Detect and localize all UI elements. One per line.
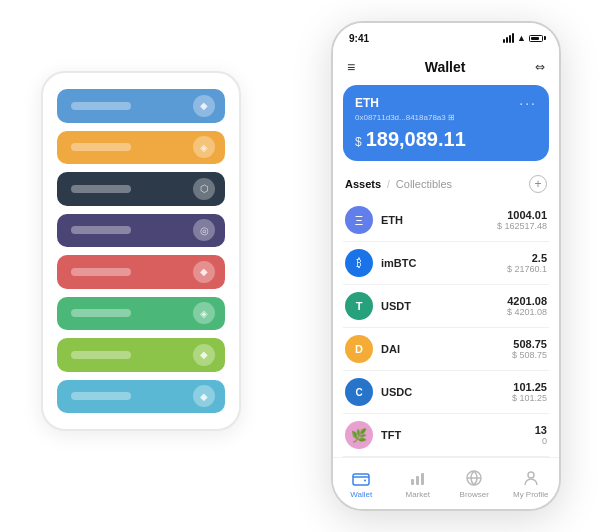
- tab-assets[interactable]: Assets: [345, 178, 381, 190]
- nav-item-profile[interactable]: My Profile: [503, 468, 560, 499]
- card-icon: ◆: [193, 344, 215, 366]
- wallet-nav-label: Wallet: [350, 490, 372, 499]
- list-item[interactable]: ◈: [57, 297, 225, 331]
- list-item[interactable]: ◆: [57, 89, 225, 123]
- wallet-nav-icon: [351, 468, 371, 488]
- list-item[interactable]: ◈: [57, 131, 225, 165]
- asset-amounts: 508.75 $ 508.75: [512, 338, 547, 360]
- card-icon: ◈: [193, 302, 215, 324]
- list-item[interactable]: ◆: [57, 338, 225, 372]
- status-icons: ▲: [503, 33, 543, 43]
- phone-frame: 9:41 ▲ ≡ Wallet ⇔: [331, 21, 561, 511]
- eth-card-header: ETH ···: [355, 95, 537, 111]
- asset-amount: 508.75: [512, 338, 547, 350]
- eth-address: 0x08711d3d...8418a78a3 ⊞: [355, 113, 537, 122]
- eth-asset-icon: Ξ: [345, 206, 373, 234]
- asset-name: DAI: [381, 343, 512, 355]
- phone-content: ETH ··· 0x08711d3d...8418a78a3 ⊞ $ 189,0…: [333, 85, 559, 509]
- nav-item-market[interactable]: Market: [390, 468, 447, 499]
- list-item[interactable]: ◆: [57, 380, 225, 414]
- usdc-asset-icon: C: [345, 378, 373, 406]
- asset-amount: 13: [535, 424, 547, 436]
- main-scene: ◆ ◈ ⬡ ◎ ◆ ◈ ◆ ◆ 9:41: [11, 11, 591, 521]
- list-item[interactable]: ◎: [57, 214, 225, 248]
- asset-amounts: 101.25 $ 101.25: [512, 381, 547, 403]
- asset-amounts: 13 0: [535, 424, 547, 446]
- eth-more-button[interactable]: ···: [519, 95, 537, 111]
- svg-rect-0: [353, 474, 369, 485]
- app-nav-bar: ≡ Wallet ⇔: [333, 49, 559, 85]
- svg-rect-2: [411, 479, 414, 485]
- asset-amounts: 2.5 $ 21760.1: [507, 252, 547, 274]
- table-row[interactable]: C USDC 101.25 $ 101.25: [343, 371, 549, 414]
- add-asset-button[interactable]: +: [529, 175, 547, 193]
- table-row[interactable]: ₿ imBTC 2.5 $ 21760.1: [343, 242, 549, 285]
- asset-name: USDT: [381, 300, 507, 312]
- card-icon: ◆: [193, 261, 215, 283]
- status-time: 9:41: [349, 33, 369, 44]
- asset-amount: 4201.08: [507, 295, 547, 307]
- asset-usd: 0: [535, 436, 547, 446]
- card-icon: ◈: [193, 136, 215, 158]
- eth-balance-row: $ 189,089.11: [355, 128, 537, 151]
- eth-dollar-sign: $: [355, 135, 362, 149]
- asset-amount: 101.25: [512, 381, 547, 393]
- usdt-asset-icon: T: [345, 292, 373, 320]
- nav-item-browser[interactable]: Browser: [446, 468, 503, 499]
- nav-item-wallet[interactable]: Wallet: [333, 468, 390, 499]
- profile-nav-label: My Profile: [513, 490, 549, 499]
- eth-card[interactable]: ETH ··· 0x08711d3d...8418a78a3 ⊞ $ 189,0…: [343, 85, 549, 161]
- asset-amounts: 4201.08 $ 4201.08: [507, 295, 547, 317]
- asset-usd: $ 21760.1: [507, 264, 547, 274]
- asset-amounts: 1004.01 $ 162517.48: [497, 209, 547, 231]
- asset-usd: $ 508.75: [512, 350, 547, 360]
- svg-rect-4: [421, 473, 424, 485]
- svg-rect-3: [416, 476, 419, 485]
- dai-asset-icon: D: [345, 335, 373, 363]
- asset-amount: 1004.01: [497, 209, 547, 221]
- profile-nav-icon: [521, 468, 541, 488]
- status-bar: 9:41 ▲: [333, 23, 559, 49]
- eth-label: ETH: [355, 96, 379, 110]
- asset-usd: $ 4201.08: [507, 307, 547, 317]
- wifi-icon: ▲: [517, 33, 526, 43]
- list-item[interactable]: ⬡: [57, 172, 225, 206]
- asset-list: Ξ ETH 1004.01 $ 162517.48 ₿ imBTC 2.5 $ …: [333, 199, 559, 457]
- asset-name: USDC: [381, 386, 512, 398]
- signal-icon: [503, 33, 514, 43]
- browser-nav-label: Browser: [460, 490, 489, 499]
- card-icon: ◆: [193, 95, 215, 117]
- tft-asset-icon: 🌿: [345, 421, 373, 449]
- table-row[interactable]: D DAI 508.75 $ 508.75: [343, 328, 549, 371]
- market-nav-label: Market: [406, 490, 430, 499]
- svg-point-6: [528, 472, 534, 478]
- background-card-panel: ◆ ◈ ⬡ ◎ ◆ ◈ ◆ ◆: [41, 71, 241, 431]
- bottom-nav: Wallet Market: [333, 457, 559, 509]
- tab-collectibles[interactable]: Collectibles: [396, 178, 452, 190]
- tab-divider: /: [387, 179, 390, 190]
- asset-name: imBTC: [381, 257, 507, 269]
- list-item[interactable]: ◆: [57, 255, 225, 289]
- eth-balance: 189,089.11: [366, 128, 466, 151]
- imbtc-asset-icon: ₿: [345, 249, 373, 277]
- market-nav-icon: [408, 468, 428, 488]
- table-row[interactable]: T USDT 4201.08 $ 4201.08: [343, 285, 549, 328]
- asset-name: TFT: [381, 429, 535, 441]
- expand-icon[interactable]: ⇔: [535, 60, 545, 74]
- table-row[interactable]: 🌿 TFT 13 0: [343, 414, 549, 457]
- card-icon: ⬡: [193, 178, 215, 200]
- browser-nav-icon: [464, 468, 484, 488]
- table-row[interactable]: Ξ ETH 1004.01 $ 162517.48: [343, 199, 549, 242]
- asset-usd: $ 162517.48: [497, 221, 547, 231]
- card-icon: ◎: [193, 219, 215, 241]
- svg-point-1: [364, 480, 366, 482]
- menu-icon[interactable]: ≡: [347, 59, 355, 75]
- assets-header: Assets / Collectibles +: [333, 171, 559, 199]
- card-icon: ◆: [193, 385, 215, 407]
- assets-tabs: Assets / Collectibles: [345, 178, 452, 190]
- asset-usd: $ 101.25: [512, 393, 547, 403]
- asset-name: ETH: [381, 214, 497, 226]
- battery-icon: [529, 35, 543, 42]
- asset-amount: 2.5: [507, 252, 547, 264]
- page-title: Wallet: [425, 59, 466, 75]
